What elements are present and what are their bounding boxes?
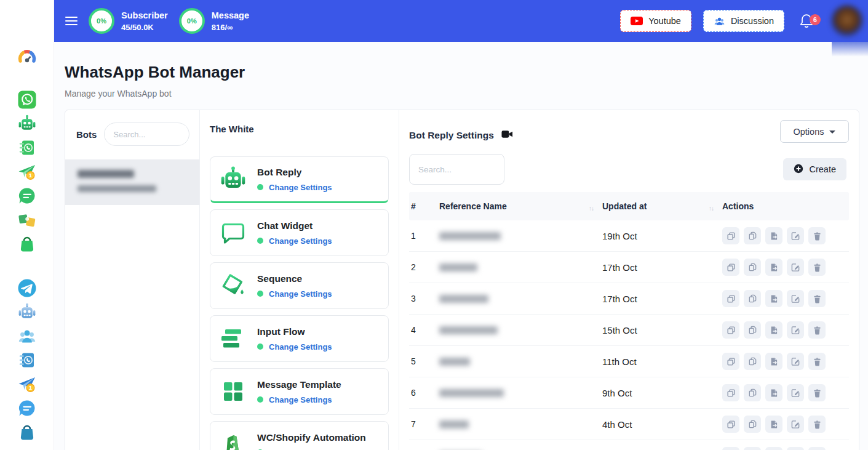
delete-button[interactable] bbox=[808, 290, 826, 307]
sort-icon[interactable]: ↑↓ bbox=[589, 205, 594, 212]
copy-button[interactable] bbox=[744, 227, 761, 244]
reference-name-redacted bbox=[439, 358, 470, 366]
delete-button[interactable] bbox=[808, 321, 826, 339]
delete-button[interactable] bbox=[808, 227, 826, 244]
menu-icon[interactable] bbox=[65, 17, 78, 25]
export-button[interactable] bbox=[765, 353, 782, 370]
copy-button[interactable] bbox=[744, 259, 761, 276]
sidebar-item-telegram-bot-manager[interactable] bbox=[17, 302, 37, 322]
sidebar-item-whatsapp-contacts[interactable] bbox=[17, 138, 37, 158]
copy-button[interactable] bbox=[744, 416, 761, 433]
row-index: 6 bbox=[411, 388, 439, 398]
edit-button[interactable] bbox=[787, 447, 804, 450]
edit-button[interactable] bbox=[787, 353, 804, 370]
duplicate-button[interactable] bbox=[722, 353, 739, 370]
setting-card-title: Chat Widget bbox=[257, 220, 332, 231]
edit-button[interactable] bbox=[787, 259, 804, 276]
edit-button[interactable] bbox=[787, 384, 804, 401]
duplicate-button[interactable] bbox=[722, 416, 739, 433]
delete-button[interactable] bbox=[808, 384, 826, 401]
export-button[interactable] bbox=[765, 416, 782, 433]
copy-button[interactable] bbox=[744, 321, 761, 339]
column-label: Actions bbox=[722, 201, 754, 211]
edit-button[interactable] bbox=[787, 290, 804, 307]
sidebar-item-whatsapp-live-chat[interactable] bbox=[17, 186, 37, 206]
topbar: 0% Subscriber 45/50.0K 0% Message 816/∞ … bbox=[54, 0, 868, 42]
sidebar-item-telegram-live-chat[interactable] bbox=[17, 398, 37, 418]
sidebar-item-whatsapp-ecommerce[interactable] bbox=[17, 234, 37, 254]
delete-button[interactable] bbox=[808, 447, 826, 450]
sidebar-item-telegram[interactable] bbox=[17, 278, 37, 298]
edit-button[interactable] bbox=[787, 416, 804, 433]
export-button[interactable] bbox=[765, 321, 782, 339]
sort-icon[interactable]: ↑↓ bbox=[709, 205, 714, 212]
discussion-button[interactable]: Discussion bbox=[703, 10, 784, 32]
sidebar-item-telegram-ecommerce[interactable] bbox=[17, 422, 37, 442]
delete-button[interactable] bbox=[808, 259, 826, 276]
table-search-input[interactable] bbox=[409, 154, 504, 185]
change-settings-label: Change Settings bbox=[269, 289, 332, 299]
edit-icon bbox=[791, 388, 800, 398]
copy-icon bbox=[748, 263, 757, 272]
column-header-updatedat[interactable]: Updated at ↑↓ bbox=[602, 201, 722, 212]
delete-button[interactable] bbox=[808, 416, 826, 433]
edit-icon bbox=[791, 326, 800, 335]
export-button[interactable] bbox=[765, 290, 782, 307]
video-camera-icon[interactable] bbox=[501, 130, 513, 141]
stat-label: Message bbox=[212, 10, 249, 20]
setting-card-message-template[interactable]: Message Template Change Settings bbox=[210, 368, 389, 415]
edit-button[interactable] bbox=[787, 321, 804, 339]
change-settings-link[interactable]: Change Settings bbox=[257, 342, 332, 352]
copy-button[interactable] bbox=[744, 353, 761, 370]
sidebar-item-dashboard[interactable] bbox=[17, 48, 37, 68]
duplicate-button[interactable] bbox=[722, 321, 739, 339]
bot-settings-panel: The White Bot Reply Change Settings Chat… bbox=[200, 110, 399, 450]
table-row: 6 9th Oct bbox=[409, 377, 849, 409]
export-button[interactable] bbox=[765, 384, 782, 401]
reference-name-redacted bbox=[439, 232, 501, 240]
bot-list-item-selected[interactable] bbox=[65, 159, 199, 205]
export-button[interactable] bbox=[765, 447, 782, 450]
sidebar-item-whatsapp-integration[interactable] bbox=[17, 210, 37, 230]
setting-card-wc-shopify-automation[interactable]: WC/Shopify Automation Change Settings bbox=[210, 421, 389, 450]
duplicate-button[interactable] bbox=[722, 447, 739, 450]
setting-card-bot-reply[interactable]: Bot Reply Change Settings bbox=[210, 156, 389, 203]
delete-button[interactable] bbox=[808, 353, 826, 370]
edit-button[interactable] bbox=[787, 227, 804, 244]
column-header-referencename[interactable]: Reference Name ↑↓ bbox=[439, 201, 602, 212]
notifications-button[interactable]: 6 bbox=[798, 13, 814, 29]
row-actions bbox=[722, 447, 849, 450]
change-settings-link[interactable]: Change Settings bbox=[257, 183, 332, 192]
copy-button[interactable] bbox=[744, 447, 761, 450]
export-button[interactable] bbox=[765, 259, 782, 276]
duplicate-button[interactable] bbox=[722, 227, 739, 244]
telegram-contacts-icon bbox=[17, 350, 37, 370]
export-button[interactable] bbox=[765, 227, 782, 244]
sidebar-item-whatsapp[interactable] bbox=[17, 90, 37, 110]
sidebar-item-whatsapp-broadcast[interactable]: 1 bbox=[17, 162, 37, 182]
svg-text:1: 1 bbox=[28, 172, 32, 179]
notification-badge: 6 bbox=[810, 14, 821, 25]
duplicate-button[interactable] bbox=[722, 290, 739, 307]
sidebar-item-whatsapp-bot-manager[interactable] bbox=[17, 114, 37, 134]
create-button[interactable]: Create bbox=[783, 158, 846, 180]
change-settings-link[interactable]: Change Settings bbox=[257, 448, 366, 450]
change-settings-link[interactable]: Change Settings bbox=[257, 395, 341, 404]
sidebar-item-telegram-group[interactable] bbox=[17, 326, 37, 346]
bots-search-input[interactable] bbox=[104, 123, 189, 146]
sidebar-item-telegram-broadcast[interactable]: 1 bbox=[17, 374, 37, 394]
setting-card-input-flow[interactable]: Input Flow Change Settings bbox=[210, 315, 389, 362]
duplicate-button[interactable] bbox=[722, 259, 739, 276]
options-button[interactable]: Options bbox=[780, 120, 849, 143]
avatar[interactable] bbox=[831, 5, 863, 37]
setting-card-sequence[interactable]: Sequence Change Settings bbox=[210, 262, 389, 309]
copy-button[interactable] bbox=[744, 290, 761, 307]
sidebar-item-telegram-contacts[interactable] bbox=[17, 350, 37, 370]
setting-card-chat-widget[interactable]: Chat Widget Change Settings bbox=[210, 209, 389, 256]
youtube-button[interactable]: Youtube bbox=[620, 10, 691, 32]
duplicate-button[interactable] bbox=[722, 384, 739, 401]
change-settings-label: Change Settings bbox=[269, 342, 332, 352]
change-settings-link[interactable]: Change Settings bbox=[257, 289, 332, 299]
copy-button[interactable] bbox=[744, 384, 761, 401]
change-settings-link[interactable]: Change Settings bbox=[257, 236, 332, 246]
